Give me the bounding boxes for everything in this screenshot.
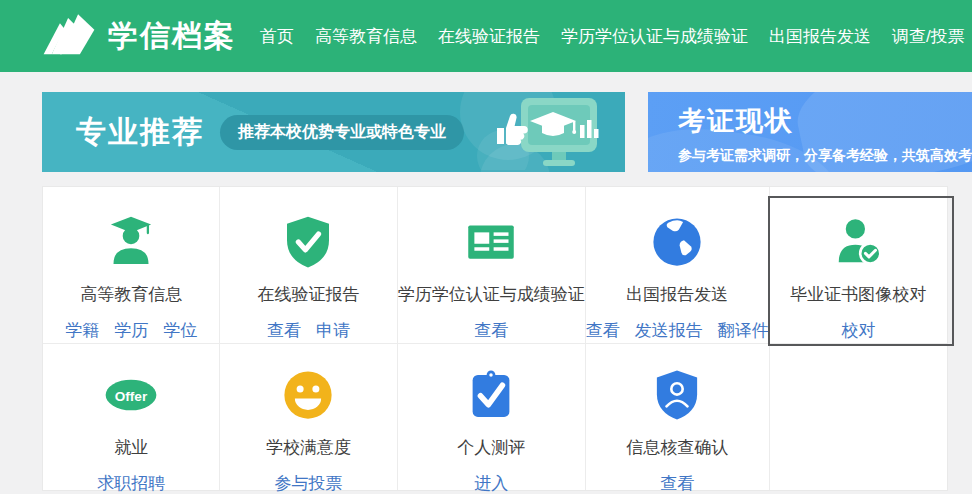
- nav-menu: 首页 高等教育信息 在线验证报告 学历学位认证与成绩验证 出国报告发送 调查/投…: [260, 25, 965, 48]
- smiley-icon: [280, 367, 336, 423]
- card-links: 查看: [660, 472, 694, 494]
- card-links: 求职招聘: [97, 472, 165, 494]
- card-title: 在线验证报告: [257, 283, 359, 306]
- logo-title: 学信档案: [108, 16, 236, 57]
- card-links: 查看 申请: [267, 319, 350, 342]
- card-credential-authentication: 学历学位认证与成绩验证 查看: [398, 187, 586, 344]
- chsi-logo[interactable]: 学信档案: [40, 14, 236, 58]
- card-title: 就业: [114, 436, 148, 459]
- services-grid: 高等教育信息 学籍 学历 学位 在线验证报告 查看 申请 学历学位认证与成绩验证: [42, 186, 948, 491]
- offer-badge-text: Offer: [115, 389, 148, 404]
- stacked-pages-logo-icon: [40, 14, 98, 58]
- card-links: 进入: [474, 472, 508, 494]
- link-apply-report[interactable]: 申请: [316, 319, 350, 342]
- card-diploma-image-check: 毕业证书图像校对 校对: [770, 187, 947, 344]
- card-abroad-report-send: 出国报告发送 查看 发送报告 翻译件: [586, 187, 770, 344]
- shield-check-icon: [280, 214, 336, 270]
- graduate-icon: [103, 214, 159, 270]
- nav-item-abroad-report[interactable]: 出国报告发送: [769, 25, 871, 48]
- card-links: 学籍 学历 学位: [65, 319, 197, 342]
- nav-item-higher-education[interactable]: 高等教育信息: [315, 25, 417, 48]
- banner-subtitle: 参与考证需求调研，分享备考经验，共筑高效考证: [678, 147, 972, 165]
- offer-badge-icon: Offer: [103, 367, 159, 423]
- card-title: 个人测评: [457, 436, 525, 459]
- card-info-verification-confirm: 信息核查确认 查看: [586, 344, 770, 490]
- card-title: 学历学位认证与成绩验证: [398, 283, 585, 306]
- card-school-satisfaction: 学校满意度 参与投票: [220, 344, 397, 490]
- monitor-thumbsup-chart-icon: [473, 94, 623, 170]
- nav-item-online-verification[interactable]: 在线验证报告: [438, 25, 540, 48]
- globe-icon: [649, 214, 705, 270]
- shield-person-icon: [649, 367, 705, 423]
- card-links: 参与投票: [274, 472, 342, 494]
- link-view-authentication[interactable]: 查看: [474, 319, 508, 342]
- banner-pill-text: 推荐本校优势专业或特色专业: [220, 115, 464, 150]
- banner-title: 专业推荐: [76, 112, 204, 153]
- nav-item-survey-vote[interactable]: 调查/投票: [892, 25, 965, 48]
- card-title: 高等教育信息: [80, 283, 182, 306]
- link-enter-assessment[interactable]: 进入: [474, 472, 508, 494]
- nav-item-home[interactable]: 首页: [260, 25, 294, 48]
- card-title: 信息核查确认: [626, 436, 728, 459]
- id-card-icon: [463, 214, 519, 270]
- top-navbar: 学信档案 首页 高等教育信息 在线验证报告 学历学位认证与成绩验证 出国报告发送…: [0, 0, 972, 72]
- card-online-verification-report: 在线验证报告 查看 申请: [220, 187, 397, 344]
- card-title: 出国报告发送: [626, 283, 728, 306]
- link-view-report[interactable]: 查看: [267, 319, 301, 342]
- link-xueli[interactable]: 学历: [114, 319, 148, 342]
- empty-cell: [770, 344, 947, 490]
- nav-item-credential-authentication[interactable]: 学历学位认证与成绩验证: [561, 25, 748, 48]
- card-higher-education-info: 高等教育信息 学籍 学历 学位: [43, 187, 220, 344]
- link-send-report[interactable]: 发送报告: [635, 319, 703, 342]
- card-links: 校对: [841, 319, 875, 342]
- link-view-abroad[interactable]: 查看: [586, 319, 620, 342]
- card-employment: Offer 就业 求职招聘: [43, 344, 220, 490]
- person-check-icon: [830, 214, 886, 270]
- link-view-confirm[interactable]: 查看: [660, 472, 694, 494]
- clipboard-check-icon: [463, 367, 519, 423]
- card-links: 查看 发送报告 翻译件: [586, 319, 769, 342]
- card-personal-assessment: 个人测评 进入: [398, 344, 586, 490]
- card-title: 毕业证书图像校对: [790, 283, 926, 306]
- exam-status-banner[interactable]: 考证现状 参与考证需求调研，分享备考经验，共筑高效考证: [648, 92, 972, 172]
- link-xueji[interactable]: 学籍: [65, 319, 99, 342]
- link-vote[interactable]: 参与投票: [274, 472, 342, 494]
- major-recommend-banner[interactable]: 专业推荐 推荐本校优势专业或特色专业: [42, 92, 625, 172]
- link-xuewei[interactable]: 学位: [163, 319, 197, 342]
- banner-title: 考证现状: [678, 103, 972, 139]
- link-translation[interactable]: 翻译件: [718, 319, 769, 342]
- card-links: 查看: [474, 319, 508, 342]
- link-job-recruitment[interactable]: 求职招聘: [97, 472, 165, 494]
- link-proofread[interactable]: 校对: [841, 319, 875, 342]
- card-title: 学校满意度: [266, 436, 351, 459]
